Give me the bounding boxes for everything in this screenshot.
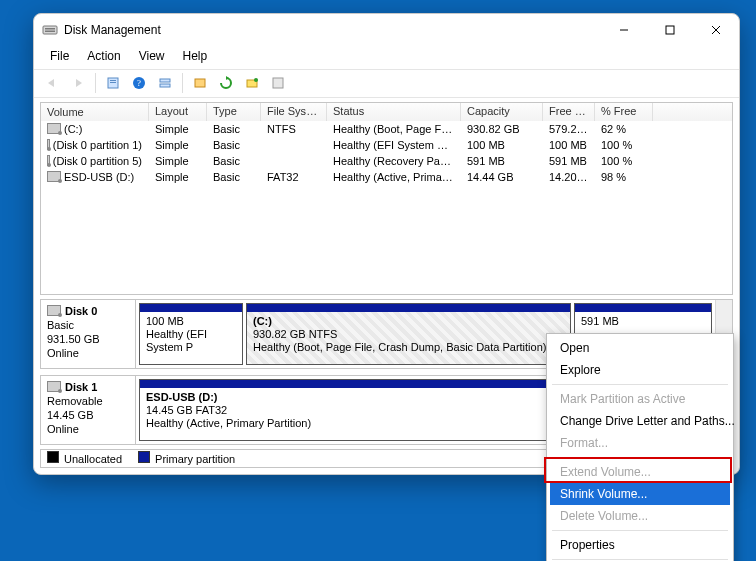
context-item: Format... <box>550 432 730 454</box>
context-item[interactable]: Shrink Volume... <box>550 483 730 505</box>
context-item: Mark Partition as Active <box>550 388 730 410</box>
legend-primary: Primary partition <box>138 451 235 465</box>
disk-icon <box>47 123 61 134</box>
col-layout[interactable]: Layout <box>149 103 207 121</box>
toolbar: ? <box>34 70 739 98</box>
volume-row[interactable]: ESD-USB (D:)SimpleBasicFAT32Healthy (Act… <box>41 169 732 185</box>
svg-rect-9 <box>110 82 116 83</box>
disk-icon <box>47 139 50 150</box>
svg-rect-12 <box>160 79 170 82</box>
volume-list[interactable]: Volume Layout Type File System Status Ca… <box>40 102 733 295</box>
col-free[interactable]: Free Sp... <box>543 103 595 121</box>
rescan-disks-icon[interactable] <box>240 71 264 95</box>
window-title: Disk Management <box>64 23 161 37</box>
col-type[interactable]: Type <box>207 103 261 121</box>
svg-rect-1 <box>45 28 55 30</box>
refresh-icon[interactable] <box>214 71 238 95</box>
context-item[interactable]: Properties <box>550 534 730 556</box>
col-file-system[interactable]: File System <box>261 103 327 121</box>
forward-button[interactable] <box>66 71 90 95</box>
col-volume[interactable]: Volume <box>41 103 149 121</box>
context-item[interactable]: Open <box>550 337 730 359</box>
disk-icon <box>47 381 61 392</box>
disk-icon <box>47 305 61 316</box>
volume-list-header[interactable]: Volume Layout Type File System Status Ca… <box>41 103 732 121</box>
menu-view[interactable]: View <box>131 48 173 64</box>
col-percent-free[interactable]: % Free <box>595 103 653 121</box>
properties-icon[interactable] <box>101 71 125 95</box>
svg-rect-0 <box>43 26 57 34</box>
titlebar[interactable]: Disk Management <box>34 14 739 46</box>
svg-point-16 <box>254 78 258 82</box>
context-item: Delete Volume... <box>550 505 730 527</box>
context-menu[interactable]: OpenExploreMark Partition as ActiveChang… <box>546 333 734 561</box>
volume-row[interactable]: (Disk 0 partition 1)SimpleBasicHealthy (… <box>41 137 732 153</box>
legend-unallocated: Unallocated <box>47 451 122 465</box>
svg-rect-13 <box>160 84 170 87</box>
svg-rect-14 <box>195 79 205 87</box>
context-separator <box>552 457 728 458</box>
context-item: Extend Volume... <box>550 461 730 483</box>
partition[interactable]: (C:)930.82 GB NTFSHealthy (Boot, Page Fi… <box>246 303 571 365</box>
create-vhd-icon[interactable] <box>188 71 212 95</box>
col-capacity[interactable]: Capacity <box>461 103 543 121</box>
context-item[interactable]: Explore <box>550 359 730 381</box>
svg-rect-4 <box>666 26 674 34</box>
svg-rect-17 <box>273 78 283 88</box>
more-actions-icon[interactable] <box>266 71 290 95</box>
context-separator <box>552 384 728 385</box>
back-button[interactable] <box>40 71 64 95</box>
disk-icon <box>47 155 50 166</box>
disk-summary[interactable]: Disk 1Removable14.45 GBOnline <box>41 376 136 444</box>
view-options-icon[interactable] <box>153 71 177 95</box>
partition[interactable]: 100 MBHealthy (EFI System P <box>139 303 243 365</box>
help-icon[interactable]: ? <box>127 71 151 95</box>
app-icon <box>42 22 58 38</box>
menubar: File Action View Help <box>34 46 739 70</box>
menu-action[interactable]: Action <box>79 48 128 64</box>
maximize-button[interactable] <box>647 14 693 46</box>
volume-row[interactable]: (Disk 0 partition 5)SimpleBasicHealthy (… <box>41 153 732 169</box>
disk-summary[interactable]: Disk 0Basic931.50 GBOnline <box>41 300 136 368</box>
svg-rect-2 <box>45 31 55 33</box>
col-status[interactable]: Status <box>327 103 461 121</box>
menu-file[interactable]: File <box>42 48 77 64</box>
context-separator <box>552 559 728 560</box>
context-separator <box>552 530 728 531</box>
disk-icon <box>47 171 61 182</box>
close-button[interactable] <box>693 14 739 46</box>
svg-rect-8 <box>110 80 116 81</box>
menu-help[interactable]: Help <box>175 48 216 64</box>
svg-text:?: ? <box>137 78 141 88</box>
minimize-button[interactable] <box>601 14 647 46</box>
volume-row[interactable]: (C:)SimpleBasicNTFSHealthy (Boot, Page F… <box>41 121 732 137</box>
context-item[interactable]: Change Drive Letter and Paths... <box>550 410 730 432</box>
